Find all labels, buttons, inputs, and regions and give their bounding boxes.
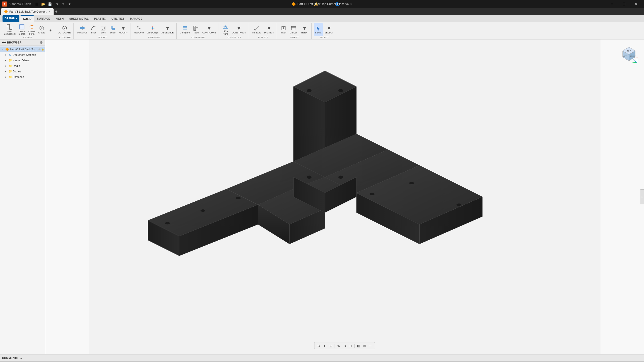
orbit-button[interactable]: ●: [322, 343, 328, 348]
assemble-more-button[interactable]: ▼ ASSEMBLE: [160, 23, 175, 36]
automate-button[interactable]: AUTOMATE: [57, 23, 72, 36]
close-button[interactable]: ✕: [630, 0, 642, 8]
fit-button[interactable]: □: [348, 343, 353, 348]
more-qa-button[interactable]: ▼: [67, 1, 72, 7]
right-panel-button[interactable]: ›: [640, 189, 644, 204]
browser-expand-icon[interactable]: ◀◀: [2, 41, 6, 44]
browser-item-origin[interactable]: ▸ 📁 Origin: [0, 63, 45, 69]
sketches-label: Sketches: [13, 75, 44, 78]
part-icon: 🔶: [292, 2, 296, 6]
create-more-button[interactable]: ✦: [47, 23, 53, 36]
fillet-button[interactable]: Fillet: [89, 23, 98, 36]
construct-more-button[interactable]: ▼ CONSTRUCT: [230, 23, 247, 36]
zoom-button[interactable]: ⊕: [342, 343, 347, 348]
insert-buttons: Insert Canvas ▼ INSERT: [279, 23, 310, 36]
ribbon-group-insert: Insert Canvas ▼ INSERT INSERT: [277, 23, 312, 39]
select-button[interactable]: Select: [314, 23, 323, 36]
shell-button[interactable]: Shell: [99, 23, 108, 36]
press-pull-button[interactable]: Press Pull: [76, 23, 89, 36]
insert-more-button[interactable]: ▼ INSERT: [299, 23, 310, 36]
open-button[interactable]: 📂: [41, 1, 46, 7]
insert-canvas-icon: [291, 25, 297, 31]
create-form-button[interactable]: CreateForm: [27, 23, 36, 36]
insert-canvas-button[interactable]: Canvas: [289, 23, 299, 36]
undo-button[interactable]: ⟲: [54, 1, 59, 7]
viewport-more-button[interactable]: ⋯: [368, 343, 373, 348]
expand-root-icon[interactable]: ▾: [1, 48, 5, 51]
select-group-label: SELECT: [320, 36, 329, 39]
configure-more-button[interactable]: ▼ CONFIGURE: [201, 23, 217, 36]
offset-plane-button[interactable]: OffsetPlane: [221, 23, 230, 36]
look-at-button[interactable]: ◎: [328, 343, 334, 348]
new-joint-button[interactable]: New Joint: [133, 23, 145, 36]
root-part-label: Part #1 Left Back Top Corner...: [10, 48, 38, 51]
title-close-btn[interactable]: ✕: [350, 3, 352, 6]
shell-icon: [100, 25, 106, 31]
display-settings-button[interactable]: ◧: [356, 343, 361, 348]
ribbon-tab-solid[interactable]: SOLID: [20, 15, 34, 22]
ribbon: DESIGN ▾ SOLID SURFACE MESH SHEET METAL …: [0, 15, 644, 39]
expand-named-views-icon[interactable]: ▸: [4, 59, 8, 62]
active-tab[interactable]: 🔶 Part #1 Left Back Top Corner... ✕: [1, 8, 54, 15]
svg-rect-27: [183, 26, 187, 27]
redo-button[interactable]: ⟳: [60, 1, 66, 7]
configure-btn2[interactable]: Table: [191, 23, 200, 36]
tab-close-button[interactable]: ✕: [49, 10, 51, 13]
quick-access-toolbar: ☰ 📂 💾 ⟲ ⟳ ▼: [34, 1, 72, 7]
save-button[interactable]: 💾: [47, 1, 53, 7]
grid-snap-button[interactable]: ⊕: [316, 343, 321, 348]
minimize-button[interactable]: −: [606, 0, 618, 8]
visual-style-button[interactable]: ⊞: [362, 343, 367, 348]
modify-more-button[interactable]: ▼ MODIFY: [118, 23, 129, 36]
offset-plane-icon: [222, 24, 228, 30]
svg-point-69: [200, 209, 205, 212]
viewport[interactable]: TOP LEFT FRONT Z X Y ⊕ ● ◎ ⟲ ⊕ □: [45, 39, 644, 354]
ribbon-tab-mesh[interactable]: MESH: [53, 15, 66, 22]
insert-derive-button[interactable]: Insert: [279, 23, 288, 36]
insert-group-label: INSERT: [290, 36, 299, 39]
svg-point-70: [236, 197, 241, 199]
app-logo-icon: A: [2, 2, 7, 7]
expand-bodies-icon[interactable]: ▸: [4, 70, 8, 73]
automate-group-label: AUTOMATE: [58, 36, 71, 39]
ribbon-tab-plastic[interactable]: PLASTIC: [92, 15, 108, 22]
derive-button[interactable]: Create: [37, 23, 46, 36]
create-sketch-button[interactable]: CreateSketch: [17, 23, 27, 36]
browser-item-root[interactable]: ▾ 🔶 Part #1 Left Back Top Corner... 👁 🔒: [0, 47, 45, 52]
browser-item-sketches[interactable]: ▸ 📁 Sketches: [0, 74, 45, 80]
title-bar: A Autodesk Fusion ☰ 📂 💾 ⟲ ⟳ ▼ 🔶 Part #1 …: [0, 0, 644, 8]
ribbon-tab-sheetmetal[interactable]: SHEET METAL: [67, 15, 91, 22]
undo-view-button[interactable]: ⟲: [336, 343, 341, 348]
browser-item-document-settings[interactable]: ▸ ⚙ Document Settings: [0, 52, 45, 58]
ribbon-tab-surface[interactable]: SURFACE: [34, 15, 53, 22]
inspect-more-button[interactable]: ▼ INSPECT: [263, 23, 275, 36]
configure-btn1[interactable]: Configure: [179, 23, 191, 36]
new-button[interactable]: ☰: [34, 1, 39, 7]
select-more-button[interactable]: ▼ SELECT: [323, 23, 335, 36]
maximize-button[interactable]: □: [618, 0, 630, 8]
create-more-icon: ✦: [48, 27, 52, 33]
add-tab-button[interactable]: +: [54, 9, 59, 14]
joint-origin-button[interactable]: Joint Origin: [146, 23, 160, 36]
browser-settings-icon[interactable]: ⚙: [40, 40, 43, 44]
root-lock-icon[interactable]: 🔒: [41, 48, 44, 51]
browser-item-bodies[interactable]: ▸ 📁 Bodies: [0, 69, 45, 74]
measure-button[interactable]: Measure: [251, 23, 262, 36]
new-component-button[interactable]: NewComponent: [3, 23, 17, 36]
title-center: 🔶 Part #1 Left Back Top Corner Piece v4 …: [292, 2, 352, 6]
named-views-label: Named Views: [13, 59, 44, 62]
expand-sketches-icon[interactable]: ▸: [4, 75, 8, 79]
root-visibility-icon[interactable]: 👁: [38, 48, 41, 51]
ribbon-tab-manage[interactable]: MANAGE: [128, 15, 145, 22]
ribbon-tab-utilities[interactable]: UTILITIES: [109, 15, 127, 22]
expand-origin-icon[interactable]: ▸: [4, 64, 8, 68]
design-dropdown[interactable]: DESIGN ▾: [3, 15, 19, 22]
modify-group-label: MODIFY: [98, 36, 107, 39]
view-cube[interactable]: TOP LEFT FRONT Z X Y: [619, 44, 639, 65]
comments-expand-button[interactable]: ▲: [20, 356, 23, 360]
svg-text:LEFT: LEFT: [623, 55, 627, 57]
scale-button[interactable]: Scale: [108, 23, 117, 36]
browser-item-named-views[interactable]: ▸ 📁 Named Views: [0, 58, 45, 63]
ribbon-tab-bar: DESIGN ▾ SOLID SURFACE MESH SHEET METAL …: [0, 15, 644, 22]
expand-doc-settings-icon[interactable]: ▸: [4, 53, 8, 57]
